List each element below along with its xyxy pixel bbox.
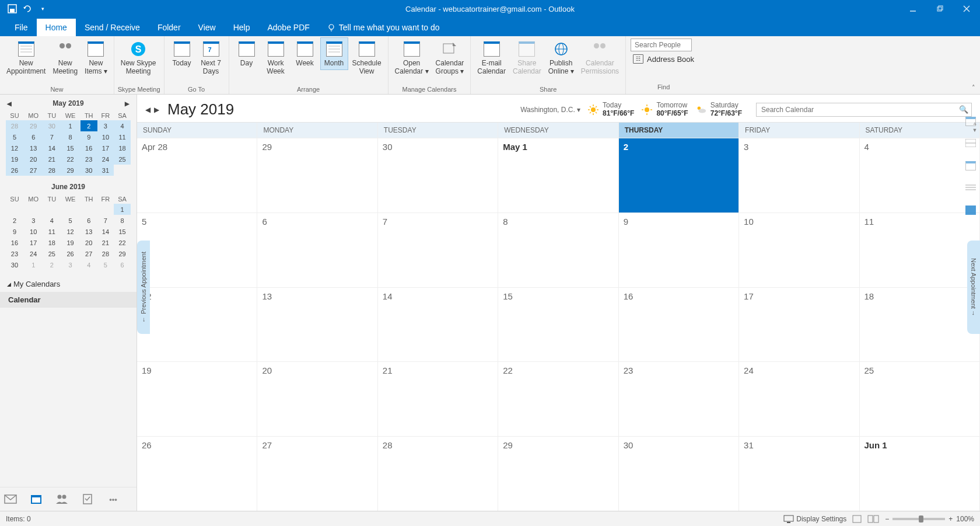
minical-day[interactable]: 9 — [80, 131, 97, 142]
qat-undo-icon[interactable] — [22, 4, 33, 14]
next-appointment-button[interactable]: Next Appointment → — [967, 241, 980, 334]
minical-day[interactable]: 23 — [6, 248, 23, 259]
minical-day[interactable]: 29 — [23, 120, 44, 131]
month-cell[interactable]: 15 — [498, 288, 618, 362]
ribbon-collapse-icon[interactable]: ˄ — [972, 84, 975, 92]
month-prev-icon[interactable]: ◀ — [145, 106, 150, 114]
month-cell[interactable]: 28 — [378, 437, 498, 511]
month-cell[interactable]: Apr 28 — [137, 138, 257, 213]
month-next-icon[interactable]: ▶ — [154, 106, 159, 114]
month-cell[interactable]: 30 — [378, 138, 498, 213]
minical-day[interactable]: 2 — [6, 215, 23, 226]
month-cell[interactable]: 21 — [378, 362, 498, 436]
minical-day[interactable]: 28 — [6, 120, 23, 131]
month-cell[interactable]: May 1 — [498, 138, 618, 213]
tell-me-search[interactable]: Tell me what you want to do — [318, 19, 449, 36]
minical-day[interactable]: 11 — [44, 226, 61, 237]
minical-day[interactable]: 4 — [114, 120, 131, 131]
month-cell[interactable]: 19 — [137, 362, 257, 436]
month-cell[interactable]: 16 — [619, 288, 739, 362]
minical-day[interactable]: 18 — [114, 142, 131, 154]
new-items-button[interactable]: New Items ▾ — [82, 37, 110, 78]
tab-view[interactable]: View — [190, 19, 225, 36]
minical-day[interactable]: 5 — [60, 215, 80, 226]
month-cell[interactable]: 8 — [498, 213, 618, 287]
month-cell[interactable]: 29 — [498, 437, 618, 511]
minical-day[interactable]: 3 — [60, 259, 80, 270]
today-button[interactable]: Today — [168, 37, 196, 70]
minical-day[interactable]: 6 — [23, 131, 44, 142]
minical-day[interactable]: 1 — [60, 120, 80, 131]
peek-tool-5-icon[interactable] — [965, 205, 977, 216]
mail-module-icon[interactable] — [4, 493, 18, 505]
month-cell[interactable]: 11 — [860, 213, 980, 287]
minical-day[interactable]: 8 — [114, 215, 131, 226]
weather-location[interactable]: Washington, D.C. ▾ — [520, 106, 580, 114]
month-cell[interactable]: 3 — [739, 138, 859, 213]
minical-day[interactable]: 18 — [44, 237, 61, 248]
zoom-out-icon[interactable]: − — [885, 515, 889, 523]
minical-day[interactable]: 27 — [80, 248, 97, 259]
month-cell[interactable]: 7 — [378, 213, 498, 287]
minical-day[interactable]: 30 — [80, 165, 97, 176]
minical-day[interactable]: 21 — [44, 154, 61, 165]
minical-day[interactable]: 21 — [97, 237, 114, 248]
calendar-item[interactable]: Calendar — [0, 292, 136, 308]
minical-day[interactable]: 5 — [97, 259, 114, 270]
search-icon[interactable]: 🔍 — [959, 105, 968, 114]
previous-appointment-button[interactable]: ← Previous Appointment — [137, 241, 150, 334]
qat-customize-icon[interactable]: ▾ — [37, 4, 48, 14]
minical-day[interactable]: 11 — [114, 131, 131, 142]
minical-day[interactable]: 27 — [23, 165, 44, 176]
people-module-icon[interactable] — [55, 493, 69, 505]
minical-day[interactable]: 14 — [97, 226, 114, 237]
tasks-module-icon[interactable] — [80, 493, 94, 505]
work-week-view-button[interactable]: Work Week — [262, 37, 290, 78]
search-calendar-input[interactable] — [756, 103, 972, 117]
window-minimize-icon[interactable] — [900, 0, 926, 18]
month-cell[interactable]: 5 — [137, 213, 257, 287]
minical-day[interactable]: 10 — [23, 226, 44, 237]
publish-online-button[interactable]: Publish Online ▾ — [545, 37, 577, 78]
minical-day[interactable]: 23 — [80, 154, 97, 165]
month-cell[interactable]: 6 — [257, 213, 377, 287]
minical-day[interactable]: 19 — [60, 237, 80, 248]
month-cell[interactable]: 31 — [739, 437, 859, 511]
address-book-button[interactable]: ☷Address Book — [631, 53, 696, 65]
month-cell[interactable]: 2 — [619, 138, 739, 213]
my-calendars-toggle[interactable]: ◢My Calendars — [7, 277, 130, 291]
day-view-button[interactable]: Day — [233, 37, 261, 70]
month-cell[interactable]: 20 — [257, 362, 377, 436]
minical-day[interactable]: 2 — [44, 259, 61, 270]
minical-day[interactable]: 15 — [114, 226, 131, 237]
month-cell[interactable]: 25 — [860, 362, 980, 436]
month-cell[interactable]: 29 — [257, 138, 377, 213]
peek-tool-1-icon[interactable] — [965, 117, 977, 127]
minical-day[interactable]: 7 — [97, 215, 114, 226]
month-cell[interactable]: 27 — [257, 437, 377, 511]
minical-day[interactable]: 9 — [6, 226, 23, 237]
minical-day[interactable]: 25 — [114, 154, 131, 165]
window-restore-icon[interactable] — [926, 0, 953, 18]
view-reading-icon[interactable] — [867, 515, 879, 523]
minical-day[interactable]: 4 — [44, 215, 61, 226]
minical-day[interactable]: 16 — [6, 237, 23, 248]
minical-day[interactable]: 13 — [80, 226, 97, 237]
minical-day[interactable]: 6 — [114, 259, 131, 270]
open-calendar-button[interactable]: Open Calendar ▾ — [392, 37, 432, 78]
month-cell[interactable]: Jun 1 — [860, 437, 980, 511]
month-view-button[interactable]: Month — [320, 37, 348, 70]
minical-day[interactable]: 17 — [97, 142, 114, 154]
new-appointment-button[interactable]: New Appointment — [4, 37, 48, 78]
minical-day[interactable]: 4 — [80, 259, 97, 270]
minical-day[interactable]: 8 — [60, 131, 80, 142]
peek-tool-4-icon[interactable] — [965, 183, 977, 194]
minical-day[interactable]: 30 — [6, 259, 23, 270]
window-close-icon[interactable] — [953, 0, 980, 18]
calendar-groups-button[interactable]: Calendar Groups ▾ — [433, 37, 467, 78]
month-cell[interactable]: 13 — [257, 288, 377, 362]
minical-day[interactable]: 25 — [44, 248, 61, 259]
minical-next-icon[interactable]: ▶ — [125, 100, 130, 107]
minical-day[interactable]: 22 — [60, 154, 80, 165]
minical-day[interactable]: 26 — [6, 165, 23, 176]
